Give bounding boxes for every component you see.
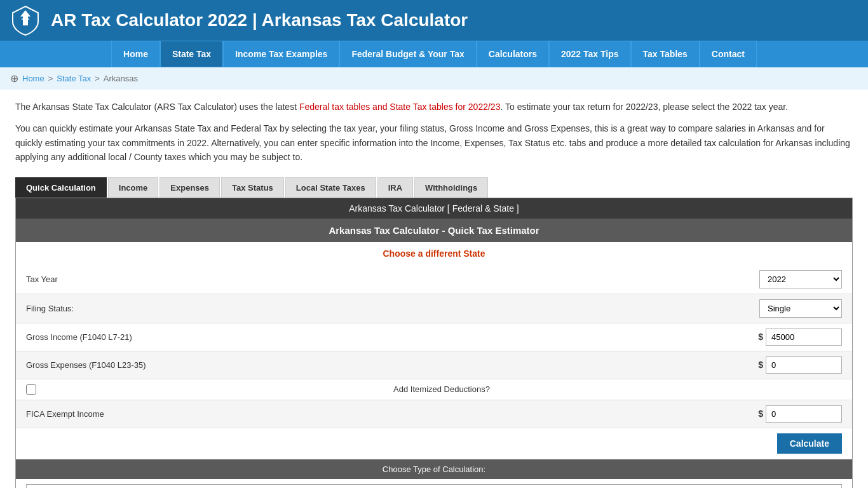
gross-expenses-row: Gross Expenses (F1040 L23-35) $: [16, 351, 852, 379]
nav-home[interactable]: Home: [111, 41, 160, 67]
tab-local-state-taxes[interactable]: Local State Taxes: [285, 177, 376, 198]
tab-ira[interactable]: IRA: [377, 177, 413, 198]
calculate-row: Calculate: [16, 428, 852, 459]
breadcrumb-home[interactable]: Home: [22, 74, 44, 83]
gross-income-dollar: $: [758, 332, 763, 342]
filing-status-select[interactable]: Single Married Filing Jointly Married Fi…: [759, 299, 842, 318]
tax-year-label: Tax Year: [26, 274, 759, 284]
fica-label: FICA Exempt Income: [26, 409, 758, 419]
itemized-deductions-checkbox[interactable]: [26, 384, 36, 395]
tab-bar: Quick Calculation Income Expenses Tax St…: [15, 177, 853, 198]
calc-type-bar: Choose Type of Calculation:: [16, 459, 852, 479]
nav-income-tax[interactable]: Income Tax Examples: [223, 41, 339, 67]
itemized-deductions-label: Add Itemized Deductions?: [41, 384, 842, 394]
calc-header-text: Arkansas Tax Calculator [ Federal & Stat…: [349, 203, 519, 214]
fica-input[interactable]: [766, 405, 842, 423]
fica-input-wrap: $: [758, 405, 842, 423]
nav-2022-tips[interactable]: 2022 Tax Tips: [549, 41, 631, 67]
tab-expenses[interactable]: Expenses: [159, 177, 220, 198]
gross-expenses-dollar: $: [758, 360, 763, 370]
tax-year-input-wrap: 2022 2021 2020 2019: [759, 270, 842, 288]
gross-income-label: Gross Income (F1040 L7-21): [26, 332, 758, 342]
main-nav: Home State Tax Income Tax Examples Feder…: [0, 41, 868, 67]
nav-contact[interactable]: Contact: [700, 41, 757, 67]
calc-type-label: Choose Type of Calculation:: [383, 464, 485, 474]
intro-paragraph-1: The Arkansas State Tax Calculator (ARS T…: [15, 100, 853, 114]
breadcrumb-state-tax[interactable]: State Tax: [57, 74, 91, 83]
fica-row: FICA Exempt Income $: [16, 400, 852, 428]
breadcrumb-sep2: >: [95, 74, 100, 83]
gross-expenses-input[interactable]: [766, 356, 842, 374]
nav-tax-tables[interactable]: Tax Tables: [631, 41, 700, 67]
breadcrumb: ⊕ Home > State Tax > Arkansas: [0, 67, 868, 90]
tax-year-row: Tax Year 2022 2021 2020 2019: [16, 265, 852, 294]
nav-calculators[interactable]: Calculators: [477, 41, 549, 67]
calculator-container: Arkansas Tax Calculator [ Federal & Stat…: [15, 198, 853, 488]
tab-quick-calculation[interactable]: Quick Calculation: [15, 177, 107, 198]
site-logo: [10, 5, 41, 36]
itemized-deductions-row: Add Itemized Deductions?: [16, 379, 852, 400]
filing-status-row: Filing Status: Single Married Filing Joi…: [16, 294, 852, 323]
gross-income-input-wrap: $: [758, 329, 842, 346]
breadcrumb-sep1: >: [48, 74, 53, 83]
filing-status-input-wrap: Single Married Filing Jointly Married Fi…: [759, 299, 842, 318]
calc-header-bar: Arkansas Tax Calculator [ Federal & Stat…: [16, 198, 852, 219]
calc-title-text: Arkansas Tax Calculator - Quick Tax Esti…: [329, 225, 539, 236]
choose-state-link[interactable]: Choose a different State: [16, 242, 852, 265]
gross-expenses-input-wrap: $: [758, 356, 842, 374]
gross-income-row: Gross Income (F1040 L7-21) $: [16, 323, 852, 351]
site-header: AR Tax Calculator 2022 | Arkansas Tax Ca…: [0, 0, 868, 41]
tax-year-select[interactable]: 2022 2021 2020 2019: [759, 270, 842, 288]
gross-expenses-label: Gross Expenses (F1040 L23-35): [26, 360, 758, 370]
site-title: AR Tax Calculator 2022 | Arkansas Tax Ca…: [51, 10, 468, 30]
fica-dollar: $: [758, 409, 763, 419]
tab-income[interactable]: Income: [108, 177, 159, 198]
intro-paragraph-2: You can quickly estimate your Arkansas S…: [15, 121, 853, 164]
calc-title-bar: Arkansas Tax Calculator - Quick Tax Esti…: [16, 219, 852, 242]
main-content: The Arkansas State Tax Calculator (ARS T…: [0, 90, 868, 488]
calculate-button[interactable]: Calculate: [777, 433, 842, 454]
federal-tables-link[interactable]: Federal tax tables and State Tax tables …: [299, 102, 501, 112]
nav-state-tax[interactable]: State Tax: [160, 41, 223, 67]
calc-body: Choose a different State Tax Year 2022 2…: [16, 242, 852, 488]
nav-federal-budget[interactable]: Federal Budget & Your Tax: [339, 41, 476, 67]
tab-withholdings[interactable]: Withholdings: [414, 177, 488, 198]
filing-status-label: Filing Status:: [26, 304, 759, 313]
globe-icon: ⊕: [10, 72, 18, 85]
breadcrumb-current: Arkansas: [104, 74, 138, 83]
tab-tax-status[interactable]: Tax Status: [221, 177, 284, 198]
calc-type-select[interactable]: Original Tax Form Results Simplified Res…: [26, 484, 842, 488]
gross-income-input[interactable]: [766, 329, 842, 346]
logo-icon: [10, 5, 41, 36]
calc-type-dropdown-row: Original Tax Form Results Simplified Res…: [16, 479, 852, 488]
